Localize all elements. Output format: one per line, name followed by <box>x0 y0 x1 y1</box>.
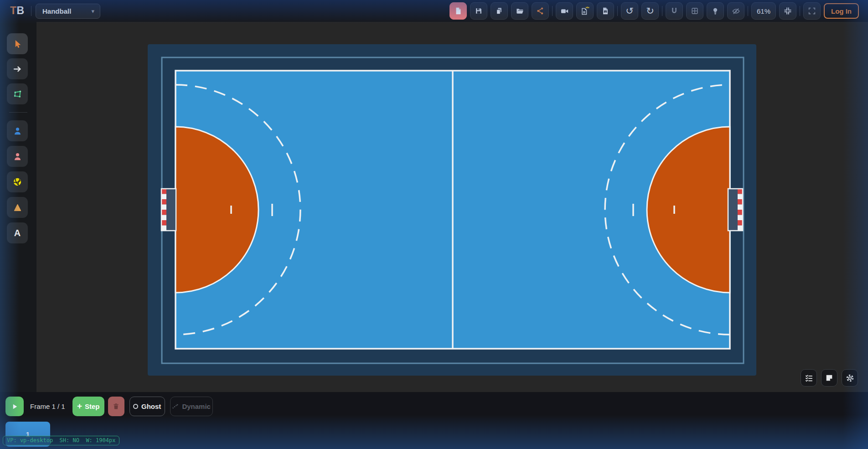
save-icon <box>475 7 483 15</box>
timeline-bar: Frame 1 / 1 + Step Ghost Dynamic 1 <box>0 392 868 449</box>
header-toolbar: ↺ ↻ 61% Log In <box>450 0 859 22</box>
lighting-button[interactable] <box>707 2 724 20</box>
app-window: TB Handball ▾ <box>0 0 868 449</box>
sport-select[interactable]: Handball ▾ <box>36 4 100 19</box>
header-divider <box>552 6 553 16</box>
share-button[interactable] <box>532 2 549 20</box>
magnet-icon <box>670 7 678 15</box>
video-icon <box>560 7 569 15</box>
zoom-level-value: 61% <box>757 7 770 15</box>
goal-left <box>161 189 176 231</box>
handball-court[interactable] <box>148 44 756 376</box>
note-icon <box>825 374 833 382</box>
export-image-button[interactable] <box>597 2 614 20</box>
eye-slash-icon <box>732 7 740 15</box>
ghost-toggle[interactable]: Ghost <box>129 397 165 416</box>
player-pink-tool[interactable] <box>7 146 28 167</box>
arrow-icon <box>13 64 22 74</box>
cone-tool[interactable] <box>7 197 28 218</box>
arrow-tool[interactable] <box>7 58 28 79</box>
board-settings-button[interactable] <box>842 369 858 387</box>
top-bar: TB Handball ▾ <box>0 0 868 22</box>
fit-to-screen-button[interactable] <box>779 2 796 20</box>
image-export-icon <box>601 7 610 15</box>
open-button[interactable] <box>511 2 528 20</box>
header-divider <box>800 6 800 16</box>
polygon-icon <box>13 89 22 99</box>
checklist-icon <box>805 374 813 382</box>
text-icon: A <box>14 228 21 238</box>
new-board-button[interactable] <box>450 2 467 20</box>
redo-button[interactable]: ↻ <box>641 2 659 20</box>
play-button[interactable] <box>5 397 24 416</box>
notes-button[interactable] <box>821 369 837 387</box>
timeline-controls: Frame 1 / 1 + Step Ghost Dynamic <box>5 397 213 416</box>
add-step-button[interactable]: + Step <box>72 397 104 416</box>
login-button[interactable]: Log In <box>824 3 859 19</box>
logo-letter-t: T <box>10 5 17 16</box>
app-logo[interactable]: TB <box>10 5 25 17</box>
undo-button[interactable]: ↺ <box>621 2 638 20</box>
cursor-icon <box>13 39 22 49</box>
goal-right <box>728 189 743 231</box>
select-tool[interactable] <box>7 33 28 54</box>
ball-tool[interactable] <box>7 171 28 192</box>
plus-icon: + <box>77 401 82 411</box>
share-icon <box>536 7 544 15</box>
hide-ui-button[interactable] <box>727 2 744 20</box>
steps-list-button[interactable] <box>801 369 817 387</box>
fullscreen-button[interactable] <box>803 2 821 20</box>
header-divider <box>748 6 748 16</box>
redo-icon: ↻ <box>646 6 654 16</box>
trash-icon <box>112 403 120 410</box>
logo-letter-b: B <box>17 5 25 16</box>
grid-button[interactable] <box>686 2 703 20</box>
ghost-circle-icon <box>133 404 138 409</box>
polygon-tool[interactable] <box>7 83 28 104</box>
header-divider <box>31 6 31 16</box>
chevron-down-icon: ▾ <box>91 8 94 15</box>
header-divider <box>617 6 618 16</box>
delete-step-button[interactable] <box>108 397 124 416</box>
dynamic-icon <box>172 403 179 410</box>
file-new-icon <box>454 7 462 15</box>
export-pdf-button[interactable] <box>576 2 594 20</box>
undo-icon: ↺ <box>625 6 634 16</box>
zoom-level-button[interactable]: 61% <box>751 2 776 20</box>
ball-icon <box>12 177 22 187</box>
tools-sidebar: A <box>0 22 36 392</box>
save-button[interactable] <box>470 2 487 20</box>
viewport-debug-badge: VP: vp-desktop SH: NO W: 1904px <box>3 436 119 445</box>
pdf-export-crown-icon <box>580 6 590 16</box>
lightbulb-icon <box>711 7 719 15</box>
snap-magnet-button[interactable] <box>666 2 683 20</box>
player-pink-icon <box>13 152 22 161</box>
text-tool[interactable]: A <box>7 222 28 243</box>
folder-open-icon <box>516 7 524 15</box>
frame-counter: Frame 1 / 1 <box>30 403 65 410</box>
dynamic-toggle[interactable]: Dynamic <box>170 397 213 416</box>
cone-icon <box>13 203 22 212</box>
fullscreen-icon <box>808 7 816 15</box>
sidebar-divider <box>9 112 27 113</box>
gear-icon <box>846 374 854 382</box>
sport-select-value: Handball <box>42 7 91 15</box>
header-divider <box>662 6 662 16</box>
player-blue-tool[interactable] <box>7 120 28 141</box>
compress-icon <box>784 7 792 15</box>
export-video-button[interactable] <box>556 2 573 20</box>
canvas-panel-buttons <box>801 369 858 387</box>
dynamic-label: Dynamic <box>182 403 211 410</box>
player-blue-icon <box>13 126 22 136</box>
add-step-label: Step <box>85 403 100 410</box>
play-icon <box>11 403 18 410</box>
duplicate-button[interactable] <box>491 2 508 20</box>
copy-icon <box>495 7 503 15</box>
ghost-label: Ghost <box>141 403 161 410</box>
grid-icon <box>691 7 699 15</box>
